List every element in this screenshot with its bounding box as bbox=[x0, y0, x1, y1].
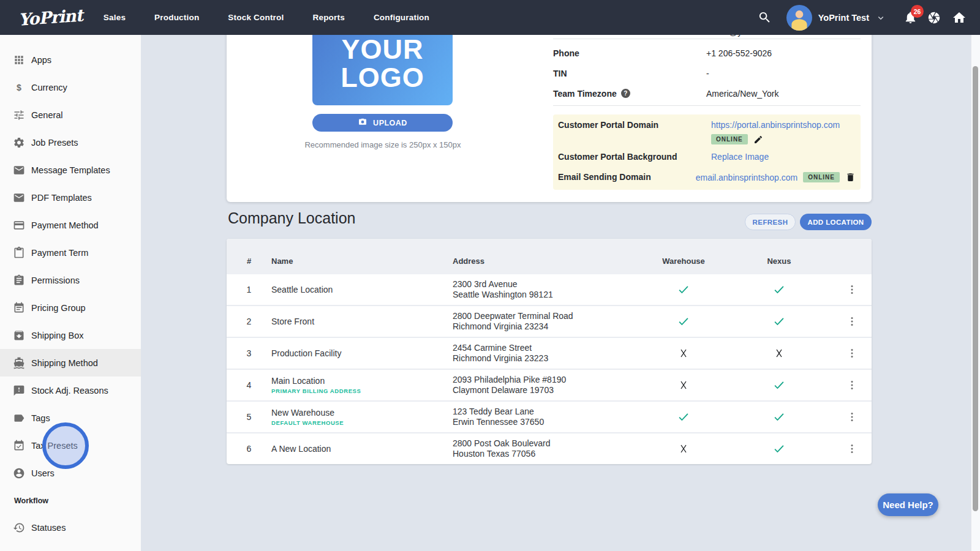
nav-item-reports[interactable]: Reports bbox=[312, 13, 344, 22]
feedback-icon bbox=[13, 384, 25, 397]
nexus-flag bbox=[726, 347, 832, 359]
sidebar-item-message-templates[interactable]: Message Templates bbox=[0, 156, 141, 184]
gear-icon bbox=[13, 137, 25, 149]
location-name: A New Location bbox=[271, 444, 453, 454]
sidebar-item-pdf-templates[interactable]: PDF Templates bbox=[0, 184, 141, 211]
brand-logo[interactable]: YoPrint bbox=[18, 6, 83, 29]
user-menu-label[interactable]: YoPrint Test bbox=[818, 13, 869, 23]
location-name: Store Front bbox=[271, 317, 453, 326]
check-icon bbox=[677, 315, 690, 328]
location-name: Main Location bbox=[271, 376, 453, 386]
sidebar-item-label: Message Templates bbox=[31, 165, 110, 175]
row-number: 5 bbox=[227, 412, 271, 422]
field-divider-bottom bbox=[553, 105, 861, 106]
sidebar-item-label: Permissions bbox=[31, 276, 80, 285]
ship-icon bbox=[13, 357, 25, 369]
add-location-button[interactable]: ADD LOCATION bbox=[800, 214, 872, 230]
location-row-new-warehouse: 5New WarehouseDEFAULT WAREHOUSE123 Teddy… bbox=[227, 400, 872, 432]
nav-item-sales[interactable]: Sales bbox=[104, 13, 126, 22]
field-value: +1 206-552-9026 bbox=[706, 48, 772, 58]
location-row-a-new-location: 6A New Location2800 Post Oak BoulevardHo… bbox=[227, 432, 872, 464]
sidebar-item-payment-method[interactable]: Payment Method bbox=[0, 211, 141, 239]
sidebar-item-label: PDF Templates bbox=[31, 193, 92, 203]
page-title: Company Location bbox=[228, 209, 355, 227]
nexus-flag bbox=[726, 442, 832, 455]
sidebar-item-label: Apps bbox=[31, 55, 51, 65]
aperture-icon bbox=[927, 11, 941, 24]
sidebar-item-payment-term[interactable]: Payment Term bbox=[0, 239, 141, 266]
warehouse-flag bbox=[641, 347, 726, 359]
row-name-cell: Production Facility bbox=[271, 348, 453, 358]
sidebar-item-pricing-group[interactable]: Pricing Group bbox=[0, 294, 141, 321]
kebab-icon bbox=[846, 283, 858, 296]
dollar-icon: $ bbox=[13, 81, 25, 94]
search-button[interactable] bbox=[758, 10, 772, 24]
online-status-badge: ONLINE bbox=[803, 172, 840, 182]
sidebar-item-general[interactable]: General bbox=[0, 101, 141, 129]
portal-link-customer-portal-domain[interactable]: https://portal.anbinsprintshop.com bbox=[711, 120, 840, 130]
x-icon bbox=[773, 347, 785, 359]
portal-row-email-sending-domain: Email Sending Domainemail.anbinsprintsho… bbox=[558, 172, 856, 182]
kebab-icon bbox=[846, 443, 858, 455]
chevron-down-icon-slot[interactable] bbox=[875, 12, 886, 23]
check-icon bbox=[772, 315, 786, 328]
row-actions-menu-button[interactable] bbox=[843, 313, 861, 330]
aperture-button[interactable] bbox=[927, 11, 941, 24]
sidebar-items: Apps$CurrencyGeneralJob PresetsMessage T… bbox=[0, 46, 141, 487]
upload-logo-button[interactable]: UPLOAD bbox=[312, 114, 453, 132]
edit-button[interactable] bbox=[753, 135, 763, 144]
row-actions-menu-button[interactable] bbox=[843, 345, 861, 362]
sidebar-item-apps[interactable]: Apps bbox=[0, 46, 141, 73]
warehouse-flag bbox=[641, 379, 726, 391]
nav-item-configuration[interactable]: Configuration bbox=[374, 13, 429, 22]
sidebar-item-currency[interactable]: $Currency bbox=[0, 73, 141, 101]
help-icon[interactable]: ? bbox=[621, 89, 630, 98]
check-icon bbox=[772, 378, 786, 392]
sidebar-item-label: Payment Term bbox=[31, 248, 88, 258]
nav-item-production[interactable]: Production bbox=[154, 13, 199, 22]
logo-line1: YOUR bbox=[341, 36, 423, 64]
row-number: 6 bbox=[227, 444, 271, 454]
row-actions-menu-button[interactable] bbox=[843, 281, 861, 298]
row-actions-menu-button[interactable] bbox=[843, 408, 861, 425]
row-name-cell: Store Front bbox=[271, 317, 453, 326]
nexus-flag bbox=[726, 283, 832, 296]
chevron-down-icon bbox=[875, 12, 886, 23]
portal-row-customer-portal-background: Customer Portal BackgroundReplace Image bbox=[558, 152, 856, 162]
sidebar-item-stock-adj-reasons[interactable]: Stock Adj. Reasons bbox=[0, 377, 141, 404]
field-label: Phone bbox=[553, 48, 706, 58]
page-scrollbar-thumb[interactable] bbox=[973, 66, 978, 511]
notifications-button[interactable]: 26 bbox=[903, 10, 918, 24]
warehouse-flag bbox=[641, 315, 726, 328]
delete-button[interactable] bbox=[845, 172, 856, 182]
refresh-button[interactable]: REFRESH bbox=[745, 214, 796, 230]
online-status-badge: ONLINE bbox=[711, 134, 748, 144]
sidebar-item-statuses[interactable]: Statuses bbox=[0, 514, 141, 541]
col-header-name: Name bbox=[271, 248, 453, 266]
row-actions-menu-button[interactable] bbox=[843, 440, 861, 457]
table-body: 1Seattle Location2300 3rd AvenueSeattle … bbox=[227, 274, 872, 464]
row-name-cell: Main LocationPRIMARY BILLING ADDRESS bbox=[271, 376, 453, 394]
row-actions-menu-button[interactable] bbox=[843, 377, 861, 394]
search-icon bbox=[758, 10, 772, 24]
portal-link-email-sending-domain[interactable]: email.anbinsprintshop.com bbox=[696, 173, 798, 182]
warehouse-flag bbox=[641, 410, 726, 424]
sidebar-item-shipping-box[interactable]: Shipping Box bbox=[0, 321, 141, 349]
check-icon bbox=[677, 283, 690, 296]
check-icon bbox=[677, 410, 690, 424]
sidebar-item-permissions[interactable]: Permissions bbox=[0, 266, 141, 294]
field-divider-top bbox=[553, 39, 861, 39]
portal-link-customer-portal-background[interactable]: Replace Image bbox=[711, 152, 769, 162]
tune-sliders-icon bbox=[13, 109, 25, 121]
need-help-button[interactable]: Need Help? bbox=[878, 493, 938, 516]
nexus-flag bbox=[726, 315, 832, 328]
location-row-seattle-location: 1Seattle Location2300 3rd AvenueSeattle … bbox=[227, 274, 872, 305]
kebab-icon bbox=[846, 379, 858, 391]
nav-item-stock-control[interactable]: Stock Control bbox=[228, 13, 284, 22]
avatar[interactable] bbox=[786, 5, 812, 31]
sidebar-item-shipping-method[interactable]: Shipping Method bbox=[0, 349, 141, 377]
sidebar-item-job-presets[interactable]: Job Presets bbox=[0, 129, 141, 156]
kebab-icon bbox=[846, 315, 858, 328]
settings-sidebar: Apps$CurrencyGeneralJob PresetsMessage T… bbox=[0, 35, 141, 551]
home-button[interactable] bbox=[952, 10, 967, 25]
